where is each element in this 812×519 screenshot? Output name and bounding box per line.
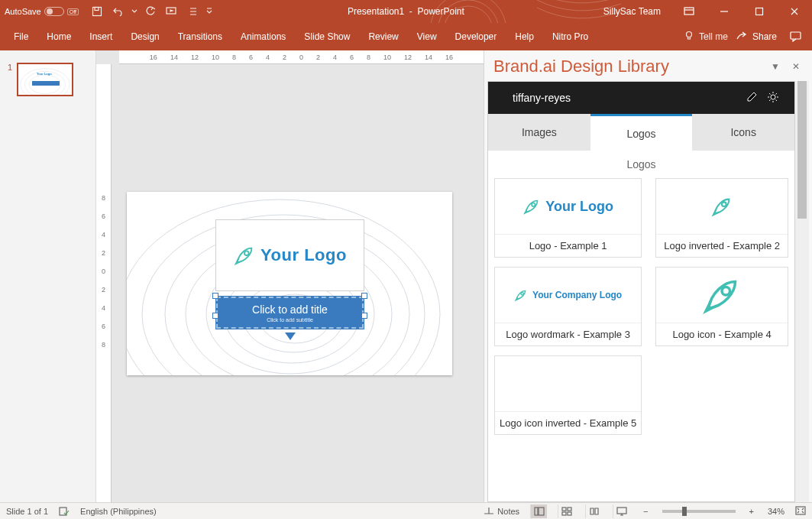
task-pane: Brand.ai Design Library ▼ ✕ tiffany-reye… (484, 50, 812, 502)
rocket-icon (233, 244, 256, 267)
minimize-icon[interactable] (707, 0, 742, 23)
svg-point-5 (444, 6, 493, 23)
reading-view-icon[interactable] (585, 504, 602, 518)
pane-close-icon[interactable]: ✕ (789, 58, 803, 75)
zoom-slider[interactable] (662, 510, 736, 513)
asset-caption: Logo icon inverted - Example 5 (495, 411, 641, 434)
pane-menu-dropdown-icon[interactable]: ▼ (768, 58, 783, 75)
workarea: 1 Your Logo 1614121086420246810121416 86… (0, 50, 812, 502)
svg-point-8 (686, 31, 691, 37)
ribbon-tabs: File Home Insert Design Transitions Anim… (0, 23, 812, 50)
start-from-beginning-icon[interactable] (163, 2, 181, 21)
asset-card[interactable]: Logo icon inverted - Example 5 (494, 355, 642, 435)
gear-icon[interactable] (762, 91, 784, 105)
rocket-icon (522, 197, 541, 216)
comments-icon[interactable] (785, 31, 807, 42)
slide-canvas[interactable]: Your Logo Click to add title Click to ad… (127, 192, 452, 375)
svg-rect-33 (568, 512, 571, 515)
asset-card[interactable]: Logo icon - Example 4 (655, 267, 788, 346)
close-icon[interactable] (777, 0, 812, 23)
rocket-icon (700, 274, 743, 316)
pane-tab-images[interactable]: Images (488, 114, 590, 151)
slide-thumbnails: 1 Your Logo (0, 50, 96, 502)
autosave-toggle[interactable]: AutoSave Off (0, 7, 83, 16)
tab-animations[interactable]: Animations (231, 24, 295, 50)
dropdown-icon[interactable] (131, 2, 138, 21)
svg-rect-0 (92, 8, 101, 16)
zoom-level[interactable]: 34% (768, 507, 785, 516)
save-icon[interactable] (88, 2, 106, 21)
title-placeholder[interactable]: Click to add title Click to add subtitle (215, 296, 364, 329)
tab-developer[interactable]: Developer (446, 24, 506, 50)
pane-tab-icons[interactable]: Icons (692, 114, 794, 151)
customize-qat-dropdown-icon[interactable] (205, 2, 213, 21)
logo-text: Your Logo (260, 245, 347, 265)
asset-caption: Logo wordmark - Example 3 (495, 323, 641, 345)
tab-view[interactable]: View (408, 24, 446, 50)
zoom-in-icon[interactable]: + (746, 507, 757, 516)
svg-rect-28 (535, 508, 538, 515)
horizontal-ruler: 1614121086420246810121416 (119, 50, 484, 64)
svg-point-3 (430, 0, 506, 23)
pane-username: tiffany-reyes (513, 92, 741, 104)
svg-point-21 (244, 251, 249, 255)
rocket-icon (514, 288, 528, 302)
notes-button[interactable]: Notes (484, 507, 519, 516)
tab-nitropro[interactable]: Nitro Pro (543, 24, 597, 50)
svg-point-4 (438, 0, 499, 23)
zoom-out-icon[interactable]: − (640, 507, 651, 516)
pane-user-row: tiffany-reyes (488, 82, 794, 114)
tab-design[interactable]: Design (121, 24, 168, 50)
language-status[interactable]: English (Philippines) (80, 507, 157, 516)
slideshow-view-icon[interactable] (613, 504, 629, 518)
pane-tabs: Images Logos Icons (488, 114, 794, 151)
asset-caption: Logo - Example 1 (495, 234, 641, 257)
svg-rect-7 (756, 8, 763, 15)
asset-card[interactable]: Logo inverted - Example 2 (655, 178, 788, 258)
pane-scrollbar[interactable] (795, 81, 809, 502)
slide-sorter-view-icon[interactable] (558, 504, 574, 518)
pane-tab-logos[interactable]: Logos (590, 114, 693, 151)
undo-icon[interactable] (109, 2, 128, 21)
svg-rect-6 (684, 8, 694, 15)
share-button[interactable]: Share (728, 31, 785, 44)
redo-icon[interactable] (141, 2, 160, 21)
svg-point-25 (521, 293, 523, 295)
svg-point-26 (722, 287, 730, 296)
pane-section-label: Logos (488, 151, 794, 178)
svg-point-24 (722, 202, 726, 206)
svg-rect-32 (562, 512, 566, 515)
thumbnail-index: 1 (5, 63, 12, 96)
tab-home[interactable]: Home (37, 24, 80, 50)
maximize-icon[interactable] (742, 0, 777, 23)
asset-caption: Logo icon - Example 4 (656, 323, 788, 345)
svg-point-22 (771, 95, 775, 99)
tab-slideshow[interactable]: Slide Show (295, 24, 359, 50)
tab-help[interactable]: Help (506, 24, 543, 50)
list-icon[interactable] (184, 2, 202, 21)
asset-card[interactable]: Your Logo Logo - Example 1 (494, 178, 642, 258)
ribbon-display-icon[interactable] (671, 0, 707, 23)
slide-editor[interactable]: 1614121086420246810121416 864202468 Your… (96, 50, 484, 502)
slide-counter[interactable]: Slide 1 of 1 (6, 507, 48, 516)
tab-insert[interactable]: Insert (80, 24, 121, 50)
rotate-handle-icon[interactable] (285, 332, 296, 340)
fit-to-window-icon[interactable] (795, 506, 806, 517)
normal-view-icon[interactable] (530, 504, 547, 518)
tell-me-search[interactable]: Tell me (684, 31, 728, 44)
slide-thumbnail[interactable]: 1 Your Logo (0, 63, 95, 96)
account-name[interactable]: SillySac Team (593, 6, 671, 17)
tab-review[interactable]: Review (359, 24, 407, 50)
spellcheck-icon[interactable] (59, 507, 70, 516)
status-bar: Slide 1 of 1 English (Philippines) Notes… (0, 502, 812, 519)
inserted-logo[interactable]: Your Logo (215, 219, 364, 291)
svg-rect-29 (539, 508, 544, 515)
svg-rect-34 (617, 508, 626, 514)
asset-card[interactable]: Your Company Logo Logo wordmark - Exampl… (494, 267, 642, 346)
rocket-icon (710, 195, 733, 218)
tab-file[interactable]: File (5, 24, 37, 50)
tab-transitions[interactable]: Transitions (169, 24, 231, 50)
lightbulb-icon (684, 31, 694, 44)
svg-rect-30 (562, 508, 566, 511)
edit-icon[interactable] (741, 91, 762, 105)
